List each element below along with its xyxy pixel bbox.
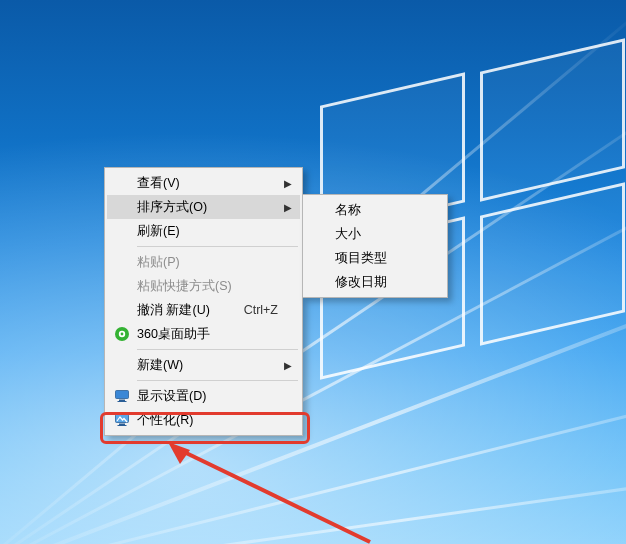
menu-separator (137, 349, 298, 350)
menu-view[interactable]: 查看(V) ▶ (107, 171, 300, 195)
menu-view-label: 查看(V) (137, 175, 278, 192)
sort-size[interactable]: 大小 (305, 222, 445, 246)
menu-refresh[interactable]: 刷新(E) (107, 219, 300, 243)
sort-size-label: 大小 (335, 226, 423, 243)
menu-refresh-label: 刷新(E) (137, 223, 278, 240)
sort-type[interactable]: 项目类型 (305, 246, 445, 270)
svg-rect-3 (116, 391, 129, 399)
desktop-context-menu: 查看(V) ▶ 排序方式(O) ▶ 刷新(E) 粘贴(P) 粘贴快捷方式(S) … (104, 167, 303, 436)
sort-submenu: 名称 大小 项目类型 修改日期 (302, 194, 448, 298)
menu-new[interactable]: 新建(W) ▶ (107, 353, 300, 377)
svg-point-2 (121, 333, 124, 336)
menu-undo-new[interactable]: 撤消 新建(U) Ctrl+Z (107, 298, 300, 322)
desktop-background[interactable]: 查看(V) ▶ 排序方式(O) ▶ 刷新(E) 粘贴(P) 粘贴快捷方式(S) … (0, 0, 626, 544)
submenu-arrow-icon: ▶ (284, 178, 292, 189)
svg-rect-5 (118, 401, 127, 402)
svg-line-9 (180, 450, 370, 542)
menu-display-settings-label: 显示设置(D) (137, 388, 278, 405)
menu-sort-label: 排序方式(O) (137, 199, 278, 216)
menu-separator (137, 246, 298, 247)
menu-paste-label: 粘贴(P) (137, 254, 278, 271)
submenu-arrow-icon: ▶ (284, 360, 292, 371)
sort-name-label: 名称 (335, 202, 423, 219)
svg-rect-4 (119, 400, 125, 402)
menu-undo-new-label: 撤消 新建(U) (137, 302, 232, 319)
menu-sort[interactable]: 排序方式(O) ▶ (107, 195, 300, 219)
menu-paste: 粘贴(P) (107, 250, 300, 274)
submenu-arrow-icon: ▶ (284, 202, 292, 213)
menu-display-settings[interactable]: 显示设置(D) (107, 384, 300, 408)
menu-360-helper[interactable]: 360桌面助手 (107, 322, 300, 346)
sort-date[interactable]: 修改日期 (305, 270, 445, 294)
sort-name[interactable]: 名称 (305, 198, 445, 222)
svg-marker-10 (168, 442, 190, 464)
annotation-arrow (160, 442, 380, 544)
sort-date-label: 修改日期 (335, 274, 423, 291)
menu-undo-new-shortcut: Ctrl+Z (244, 303, 278, 317)
menu-separator (137, 380, 298, 381)
sort-type-label: 项目类型 (335, 250, 423, 267)
menu-paste-shortcut-label: 粘贴快捷方式(S) (137, 278, 278, 295)
annotation-highlight (100, 412, 310, 444)
shield-360-icon (114, 326, 130, 342)
menu-paste-shortcut: 粘贴快捷方式(S) (107, 274, 300, 298)
menu-360-helper-label: 360桌面助手 (137, 326, 278, 343)
menu-new-label: 新建(W) (137, 357, 278, 374)
monitor-icon (114, 388, 130, 404)
